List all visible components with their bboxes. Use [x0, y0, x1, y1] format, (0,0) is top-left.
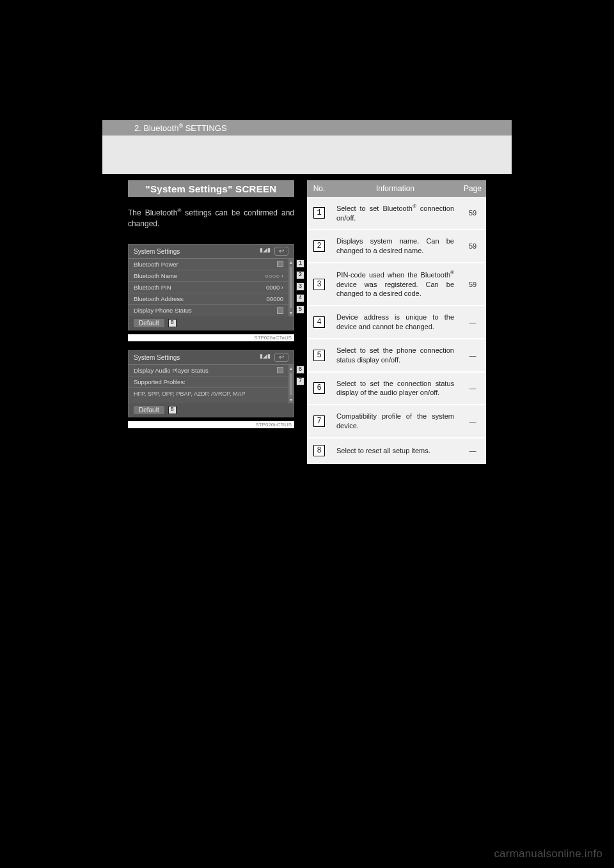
section-header: 2. Bluetooth® SETTINGS — [102, 120, 512, 136]
screenshot-2-code: STP026bCTiUS — [128, 421, 294, 428]
callout-strip-1: 1 2 3 4 5 — [296, 260, 306, 314]
header-section: 2. Bluetooth — [134, 123, 178, 133]
default-row: Default 8 — [129, 316, 294, 330]
scrollbar[interactable]: ▴ ▾ — [288, 259, 294, 316]
row-label: Supported Profiles: — [134, 378, 185, 385]
cell-info: Compatibility profile of the system devi… — [331, 405, 459, 438]
scroll-up-icon[interactable]: ▴ — [290, 365, 292, 372]
row-display-phone-status[interactable]: Display Phone Status — [129, 305, 288, 316]
section-title: "System Settings" SCREEN — [128, 180, 294, 197]
cell-no: 5 — [307, 339, 331, 372]
cell-page: — — [459, 438, 486, 463]
screenshot-1: System Settings ▮◢▮ ↩ Bluetooth Power Bl… — [128, 244, 294, 330]
cell-info: Select to reset all setup items. — [331, 438, 459, 463]
table-row: 5Select to set the phone connection stat… — [307, 339, 486, 372]
scroll-down-icon[interactable]: ▾ — [290, 396, 292, 403]
callout-7: 7 — [296, 377, 304, 385]
number-badge: 2 — [313, 240, 325, 252]
cell-info: Select to set Bluetooth® connection on/o… — [331, 197, 459, 229]
row-bluetooth-power[interactable]: Bluetooth Power — [129, 259, 288, 270]
scrollbar[interactable]: ▴ ▾ — [288, 365, 294, 403]
callout-4: 4 — [296, 294, 304, 302]
table-header-row: No. Information Page — [307, 180, 486, 197]
th-no: No. — [307, 180, 331, 197]
signal-icon: ▮◢▮ — [260, 247, 271, 256]
cell-no: 7 — [307, 405, 331, 438]
row-value: 0000 › — [266, 284, 283, 291]
cell-no: 2 — [307, 229, 331, 263]
pale-band — [102, 136, 512, 174]
cell-page: 59 — [459, 229, 486, 263]
cell-page: 59 — [459, 197, 486, 229]
row-label: Bluetooth PIN — [134, 284, 171, 291]
cell-no: 3 — [307, 263, 331, 306]
cell-info: Select to set the connection status disp… — [331, 372, 459, 405]
info-table: No. Information Page 1Select to set Blue… — [307, 180, 486, 464]
back-icon[interactable]: ↩ — [274, 353, 288, 362]
cell-page: — — [459, 372, 486, 405]
row-label: Bluetooth Name — [134, 272, 177, 279]
body-columns: "System Settings" SCREEN The Bluetooth® … — [128, 180, 486, 464]
callout-strip-2: 6 7 — [296, 366, 306, 385]
cell-no: 6 — [307, 372, 331, 405]
th-page: Page — [459, 180, 486, 197]
signal-icon: ▮◢▮ — [260, 353, 271, 362]
callout-5: 5 — [296, 306, 304, 314]
screenshot-2-titlebar: System Settings ▮◢▮ ↩ — [129, 351, 294, 365]
row-supported-profiles: Supported Profiles: — [129, 376, 288, 388]
table-row: 8Select to reset all setup items.— — [307, 438, 486, 463]
screenshot-2-wrap: System Settings ▮◢▮ ↩ Display Audio Play… — [128, 350, 294, 428]
default-button[interactable]: Default — [134, 319, 164, 327]
cell-page: — — [459, 339, 486, 372]
row-display-audio-status[interactable]: Display Audio Player Status — [129, 365, 288, 376]
callout-6: 6 — [296, 366, 304, 374]
scroll-thumb[interactable] — [290, 373, 292, 395]
status-bar: ▮◢▮ ↩ — [260, 247, 288, 256]
intro-text: The Bluetooth® settings can be confirmed… — [128, 207, 294, 230]
number-badge: 3 — [313, 279, 325, 290]
screenshot-1-rows: Bluetooth Power Bluetooth Name ○○○○ › Bl… — [129, 259, 288, 316]
checkbox-icon[interactable] — [277, 261, 283, 267]
row-bluetooth-pin[interactable]: Bluetooth PIN 0000 › — [129, 282, 288, 293]
scroll-down-icon[interactable]: ▾ — [290, 309, 292, 316]
cell-no: 4 — [307, 306, 331, 339]
number-badge: 8 — [313, 445, 325, 456]
callout-8b: 8 — [168, 406, 177, 414]
cell-page: — — [459, 306, 486, 339]
screenshot-1-title: System Settings — [134, 248, 180, 255]
checkbox-icon[interactable] — [277, 367, 283, 373]
row-value: 00000 — [267, 295, 283, 302]
cell-page: 59 — [459, 263, 486, 306]
th-info: Information — [331, 180, 459, 197]
cell-page: — — [459, 405, 486, 438]
table-row: 6Select to set the connection status dis… — [307, 372, 486, 405]
number-badge: 7 — [313, 415, 325, 427]
scroll-up-icon[interactable]: ▴ — [290, 259, 292, 266]
row-label: Bluetooth Power — [134, 261, 178, 268]
default-button[interactable]: Default — [134, 406, 164, 414]
status-bar: ▮◢▮ ↩ — [260, 353, 288, 362]
number-badge: 6 — [313, 382, 325, 394]
cell-info: PIN-code used when the Bluetooth® device… — [331, 263, 459, 306]
watermark: carmanualsonline.info — [494, 848, 602, 860]
number-badge: 5 — [313, 350, 325, 361]
cell-info: Displays system name. Can be changed to … — [331, 229, 459, 263]
row-label: Bluetooth Address: — [134, 295, 185, 302]
row-label: Display Audio Player Status — [134, 367, 209, 374]
back-icon[interactable]: ↩ — [274, 247, 288, 256]
callout-3: 3 — [296, 283, 304, 291]
checkbox-icon[interactable] — [277, 307, 283, 314]
table-row: 2Displays system name. Can be changed to… — [307, 229, 486, 263]
scroll-thumb[interactable] — [290, 267, 292, 308]
row-value: ○○○○ › — [265, 272, 283, 279]
screenshot-2-title: System Settings — [134, 354, 180, 361]
cell-no: 1 — [307, 197, 331, 229]
header-suffix: SETTINGS — [183, 123, 227, 133]
table-row: 4Device address is unique to the device … — [307, 306, 486, 339]
left-column: "System Settings" SCREEN The Bluetooth® … — [128, 180, 294, 428]
right-column: No. Information Page 1Select to set Blue… — [307, 180, 486, 464]
screenshot-1-wrap: System Settings ▮◢▮ ↩ Bluetooth Power Bl… — [128, 244, 294, 341]
row-bluetooth-name[interactable]: Bluetooth Name ○○○○ › — [129, 270, 288, 282]
table-row: 1Select to set Bluetooth® connection on/… — [307, 197, 486, 229]
row-bluetooth-address: Bluetooth Address: 00000 — [129, 293, 288, 305]
